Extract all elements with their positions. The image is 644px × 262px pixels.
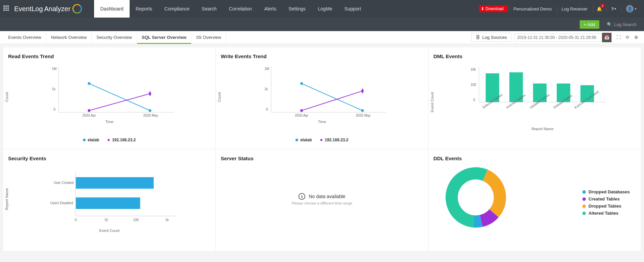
svg-rect-39 xyxy=(76,177,154,189)
svg-text:1k: 1k xyxy=(165,218,169,222)
calendar-button[interactable]: 📅 xyxy=(602,33,612,42)
svg-text:1M: 1M xyxy=(52,67,57,71)
no-data-text: No data available xyxy=(309,194,345,199)
search-icon: 🔍 xyxy=(607,22,612,27)
panel-title: Read Events Trend xyxy=(8,53,210,59)
legend-label: elalab xyxy=(300,138,312,142)
no-data-placeholder: i No data available Please choose a diff… xyxy=(221,165,423,233)
dml-events-chart: Event Count 10k1000 Selected Tables Inse… xyxy=(434,63,636,141)
log-receiver-link[interactable]: Log Receiver xyxy=(557,5,592,13)
top-right-actions: ⬇ Download Personalized Demo Log Receive… xyxy=(479,5,641,13)
x-axis-label: Event Count xyxy=(8,229,210,233)
svg-text:2020 May: 2020 May xyxy=(143,114,158,117)
database-icon: 🗄 xyxy=(476,35,480,40)
legend-label: elalab xyxy=(88,138,99,142)
svg-text:100: 100 xyxy=(470,83,476,87)
log-sources-button[interactable]: 🗄 Log Sources xyxy=(471,33,511,42)
nav-compliance[interactable]: Compliance xyxy=(158,0,196,18)
y-axis-label: Report Name xyxy=(5,188,9,210)
notification-badge: 2 xyxy=(600,3,605,8)
personalized-demo-link[interactable]: Personalized Demo xyxy=(509,5,556,13)
second-bar: + Add 🔍 Log Search xyxy=(0,18,644,31)
svg-text:0: 0 xyxy=(266,108,268,111)
svg-text:100: 100 xyxy=(133,218,139,222)
calendar-icon: 📅 xyxy=(604,35,609,40)
legend-label: 192.168.23.2 xyxy=(325,138,348,142)
legend-item[interactable]: Created Tables xyxy=(582,196,630,201)
legend-item[interactable]: Altered Tables xyxy=(582,211,630,216)
chart-legend: elalab 192.168.23.2 xyxy=(8,138,210,142)
refresh-icon: ⟳ xyxy=(626,35,629,40)
logo-text-2: Analyzer xyxy=(44,5,71,13)
logo-text-1: EventLog xyxy=(14,5,43,13)
legend-item[interactable]: 192.168.23.2 xyxy=(320,138,348,142)
nav-correlation[interactable]: Correlation xyxy=(223,0,258,18)
filter-bar: Events Overview Network Overview Securit… xyxy=(0,31,644,44)
refresh-button[interactable]: ⟳ xyxy=(623,33,632,42)
add-button[interactable]: + Add xyxy=(580,20,599,29)
legend-item[interactable]: Dropped Tables xyxy=(582,204,630,209)
tab-sql-server-overview[interactable]: SQL Server Overview xyxy=(137,31,192,44)
tab-network-overview[interactable]: Network Overview xyxy=(46,31,92,44)
svg-point-16 xyxy=(361,109,364,112)
svg-text:1k: 1k xyxy=(264,87,268,91)
panel-ddl-events: DDL Events Dropped Databases Created Tab… xyxy=(429,149,641,251)
date-range-text: 2019-12-31 21:30:00 - 2020-05-31 21:29:5… xyxy=(517,35,596,40)
gear-icon: ⚙ xyxy=(634,35,638,40)
nav-support[interactable]: Support xyxy=(338,0,367,18)
legend-item[interactable]: Dropped Databases xyxy=(582,189,630,194)
y-axis-label: Count xyxy=(217,92,221,102)
y-axis-label: Count xyxy=(5,92,9,102)
nav-reports[interactable]: Reports xyxy=(130,0,158,18)
apps-grid-icon[interactable] xyxy=(3,5,10,12)
download-icon: ⬇ xyxy=(481,6,484,11)
chart-legend: Dropped Databases Created Tables Dropped… xyxy=(582,187,630,218)
legend-item[interactable]: elalab xyxy=(83,138,99,142)
help-button[interactable]: ?▾ xyxy=(607,5,620,13)
chart-legend: elalab 192.168.23.2 xyxy=(221,138,423,142)
nav-alerts[interactable]: Alerts xyxy=(258,0,283,18)
tab-events-overview[interactable]: Events Overview xyxy=(3,31,46,44)
svg-text:1k: 1k xyxy=(52,87,56,91)
svg-point-7 xyxy=(88,109,90,112)
nav-search[interactable]: Search xyxy=(196,0,223,18)
svg-point-17 xyxy=(300,109,303,112)
fullscreen-button[interactable]: ⛶ xyxy=(614,33,623,42)
svg-text:0: 0 xyxy=(53,108,55,111)
panel-title: DDL Events xyxy=(434,156,636,161)
svg-point-6 xyxy=(149,109,151,112)
nav-dashboard[interactable]: Dashboard xyxy=(94,0,130,18)
log-search-button[interactable]: 🔍 Log Search xyxy=(603,20,641,29)
ddl-events-chart: Dropped Databases Created Tables Dropped… xyxy=(434,165,636,240)
panel-dml-events: DML Events Event Count 10k1000 Selected … xyxy=(429,47,641,149)
tab-security-overview[interactable]: Security Overview xyxy=(92,31,137,44)
nav-logme[interactable]: LogMe xyxy=(312,0,338,18)
y-axis-label: Event Count xyxy=(430,92,434,113)
x-axis-label: Report Name xyxy=(531,127,553,131)
tab-iis-overview[interactable]: IIS Overview xyxy=(192,31,226,44)
panel-server-status: Server Status i No data available Please… xyxy=(216,149,428,251)
avatar-icon: 👤 xyxy=(626,5,634,13)
svg-text:0: 0 xyxy=(473,98,475,102)
download-label: Download xyxy=(486,6,504,11)
log-sources-label: Log Sources xyxy=(482,35,507,40)
date-range-display[interactable]: 2019-12-31 21:30:00 - 2020-05-31 21:29:5… xyxy=(514,33,602,42)
svg-text:User Created: User Created xyxy=(53,181,73,185)
panel-title: Security Events xyxy=(8,156,210,161)
notifications-button[interactable]: 🔔 2 xyxy=(593,5,605,13)
nav-settings[interactable]: Settings xyxy=(282,0,312,18)
svg-text:Users Disabled: Users Disabled xyxy=(50,201,73,205)
panel-title: DML Events xyxy=(434,53,636,59)
legend-label: Altered Tables xyxy=(589,211,619,216)
panel-title: Write Events Trend xyxy=(221,53,423,59)
legend-label: 192.168.23.2 xyxy=(112,138,136,142)
security-events-chart: Report Name User Created Users Disabled … xyxy=(8,165,210,233)
legend-item[interactable]: 192.168.23.2 xyxy=(107,138,136,142)
legend-label: Created Tables xyxy=(589,196,620,201)
dashboard-grid: Read Events Trend Count 1M1k0 2020 Apr20… xyxy=(0,44,644,254)
legend-item[interactable]: elalab xyxy=(295,138,312,142)
x-axis-label: Time xyxy=(221,120,423,124)
download-button[interactable]: ⬇ Download xyxy=(479,5,508,12)
settings-button[interactable]: ⚙ xyxy=(632,33,641,42)
user-menu[interactable]: 👤 ▾ xyxy=(622,5,641,13)
